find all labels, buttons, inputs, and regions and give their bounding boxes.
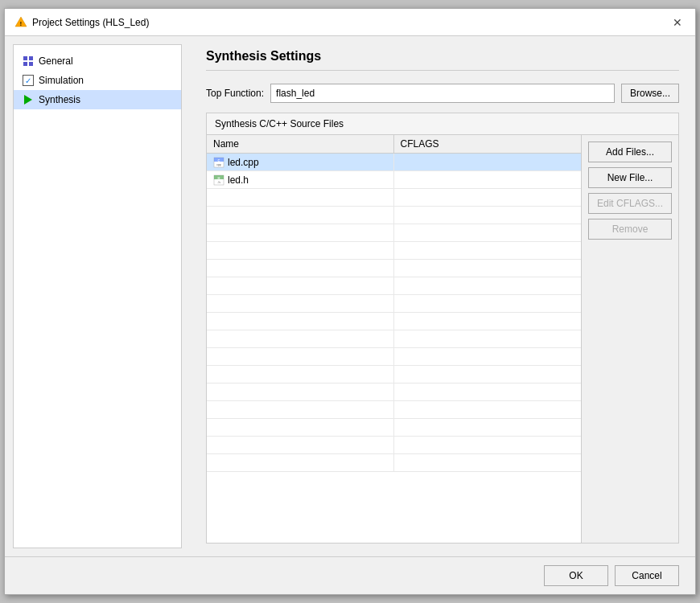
table-row-empty xyxy=(207,437,581,454)
h-file-icon: H .h xyxy=(213,174,224,186)
table-row[interactable]: H .h led.h xyxy=(207,171,581,189)
table-row[interactable]: C cpp led.cpp xyxy=(207,154,581,171)
browse-button[interactable]: Browse... xyxy=(621,84,679,103)
main-panel: Synthesis Settings Top Function: Browse.… xyxy=(190,36,695,556)
source-files-section: Synthesis C/C++ Source Files Name CFLAGS xyxy=(206,113,679,544)
file-name-cell: C cpp led.cpp xyxy=(207,154,394,170)
checkbox-checked-icon xyxy=(22,74,35,87)
sidebar-item-general[interactable]: General xyxy=(14,51,181,71)
top-function-row: Top Function: Browse... xyxy=(206,84,679,103)
ok-button[interactable]: OK xyxy=(544,565,608,586)
play-icon xyxy=(22,93,35,106)
cpp-file-icon: C cpp xyxy=(213,157,224,168)
svg-text:cpp: cpp xyxy=(216,163,221,166)
file-name-cell: H .h led.h xyxy=(207,171,394,188)
table-row-empty xyxy=(207,454,581,472)
svg-text:!: ! xyxy=(20,21,22,27)
sidebar-item-label: Synthesis xyxy=(39,94,80,105)
svg-text:.h: .h xyxy=(217,180,220,184)
cancel-button[interactable]: Cancel xyxy=(615,565,679,586)
top-function-input[interactable] xyxy=(270,84,615,103)
table-row-empty xyxy=(207,224,581,242)
table-row-empty xyxy=(207,401,581,419)
file-cflags-cell xyxy=(394,171,582,188)
file-name: led.h xyxy=(228,174,249,186)
table-row-empty xyxy=(207,384,581,401)
table-row-empty xyxy=(207,260,581,277)
sidebar-item-simulation[interactable]: Simulation xyxy=(14,71,181,90)
table-row-empty xyxy=(207,313,581,330)
dialog-title: Project Settings (HLS_Led) xyxy=(32,17,149,28)
sidebar-item-synthesis[interactable]: Synthesis xyxy=(14,90,181,109)
col-name-header: Name xyxy=(207,135,394,153)
table-row-empty xyxy=(207,242,581,260)
close-button[interactable]: ✕ xyxy=(669,14,686,31)
grid-icon xyxy=(22,55,35,68)
new-file-button[interactable]: New File... xyxy=(588,167,672,188)
title-bar-left: ! Project Settings (HLS_Led) xyxy=(14,16,149,29)
source-files-header: Synthesis C/C++ Source Files xyxy=(207,113,678,135)
sidebar-item-label: General xyxy=(39,55,73,67)
file-table-header: Name CFLAGS xyxy=(207,135,581,154)
table-row-empty xyxy=(207,295,581,313)
table-row-empty xyxy=(207,419,581,437)
table-row-empty xyxy=(207,277,581,295)
svg-text:C: C xyxy=(218,158,220,162)
sidebar: General Simulation Synthesis xyxy=(13,44,182,548)
table-row-empty xyxy=(207,189,581,207)
title-icon: ! xyxy=(14,16,27,29)
title-bar: ! Project Settings (HLS_Led) ✕ xyxy=(5,9,695,36)
action-buttons-panel: Add Files... New File... Edit CFLAGS... … xyxy=(582,135,678,543)
source-files-body: Name CFLAGS C xyxy=(207,135,678,543)
table-row-empty xyxy=(207,207,581,224)
remove-button[interactable]: Remove xyxy=(588,219,672,240)
footer: OK Cancel xyxy=(5,556,695,594)
sidebar-item-label: Simulation xyxy=(39,75,84,86)
file-table-rows: C cpp led.cpp xyxy=(207,154,581,543)
table-row-empty xyxy=(207,330,581,348)
section-title: Synthesis Settings xyxy=(206,49,679,71)
file-name: led.cpp xyxy=(228,157,259,168)
table-row-empty xyxy=(207,366,581,384)
edit-cflags-button[interactable]: Edit CFLAGS... xyxy=(588,193,672,214)
file-cflags-cell xyxy=(394,154,582,170)
col-cflags-header: CFLAGS xyxy=(394,135,582,153)
content-area: General Simulation Synthesis Synthesis S… xyxy=(5,36,695,556)
project-settings-dialog: ! Project Settings (HLS_Led) ✕ General S… xyxy=(4,8,696,595)
top-function-label: Top Function: xyxy=(206,88,264,99)
add-files-button[interactable]: Add Files... xyxy=(588,142,672,162)
table-row-empty xyxy=(207,348,581,366)
file-table-area: Name CFLAGS C xyxy=(207,135,582,543)
